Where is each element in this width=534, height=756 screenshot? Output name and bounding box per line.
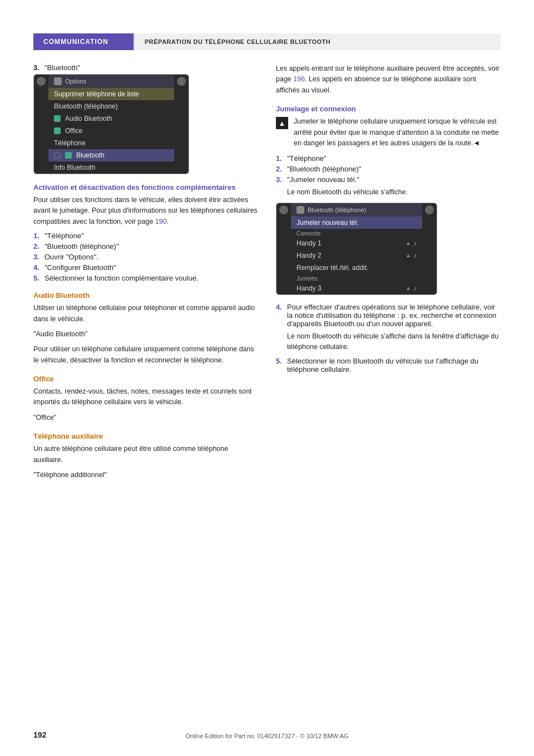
section4-body2: "Téléphone additionnel" xyxy=(33,470,258,480)
warning-text: Jumeler le téléphone cellulaire uniqueme… xyxy=(294,116,501,149)
step3-text: "Bluetooth" xyxy=(44,63,80,72)
bt-icon xyxy=(296,206,304,214)
after-step3: Le nom Bluetooth du véhicule s'affiche. xyxy=(276,187,501,198)
screenshot1-inner: Options Supprimer téléphone de liste Blu… xyxy=(34,75,189,174)
screenshot1: Options Supprimer téléphone de liste Blu… xyxy=(33,74,189,174)
rstep5-text: Sélectionner le nom Bluetooth du véhicul… xyxy=(287,357,501,374)
checkbox-office xyxy=(54,127,61,134)
row2-text: Bluetooth (téléphone) xyxy=(54,102,118,110)
s2r1-text: Jumeler nouveau tél. xyxy=(296,219,358,227)
lstep2-text: "Bluetooth (téléphone)" xyxy=(44,242,119,251)
rstep4-num: 4. xyxy=(276,303,285,311)
screenshot1-row-3: Audio Bluetooth xyxy=(48,112,174,125)
step-3-header: 3. "Bluetooth" xyxy=(33,63,258,72)
screenshot1-row-7: Info Bluetooth xyxy=(48,161,174,174)
screenshot1-left xyxy=(34,75,48,174)
lstep3-num: 3. xyxy=(33,253,42,261)
left-step-1: 1. "Téléphone" xyxy=(33,232,258,240)
right-step-2: 2. "Bluetooth (téléphone)" xyxy=(276,165,501,173)
s2-row-handy1: Handy 1 ▲ ♪ xyxy=(291,237,422,249)
step4-extra: Le nom Bluetooth du véhicule s'affiche d… xyxy=(276,331,501,353)
lstep4-num: 4. xyxy=(33,263,42,272)
section4-heading: Téléphone auxiliaire xyxy=(33,432,258,440)
s2-left-circle xyxy=(279,205,288,214)
handy3-music: ♪ xyxy=(413,284,417,292)
s2-row-handy2: Handy 2 ▲ ♪ xyxy=(291,249,422,262)
handy3-text: Handy 3 xyxy=(296,284,322,292)
options-icon xyxy=(54,77,62,85)
lstep1-text: "Téléphone" xyxy=(44,232,84,240)
section2-heading-text: Audio Bluetooth xyxy=(33,291,90,300)
left-circle-top xyxy=(37,77,46,86)
screenshot2-right xyxy=(422,203,437,294)
handy2-signal: ▲ xyxy=(406,252,411,258)
rstep3-num: 3. xyxy=(276,175,285,184)
rstep1-text: "Téléphone" xyxy=(287,154,327,163)
section1-heading: Activation et désactivation des fonction… xyxy=(33,183,258,192)
screenshot1-row-2: Bluetooth (téléphone) xyxy=(48,100,174,112)
s2-row-handy3: Handy 3 ▲ ♪ xyxy=(291,282,422,294)
lstep5-num: 5. xyxy=(33,274,42,282)
jumelage-heading: Jumelage et connexion xyxy=(276,105,501,113)
page-container: COMMUNICATION PRÉPARATION DU TÉLÉPHONE C… xyxy=(0,0,534,756)
communication-tab: COMMUNICATION xyxy=(33,33,134,50)
radio-bluetooth xyxy=(54,152,61,159)
rstep4-text: Pour effectuer d'autres opérations sur l… xyxy=(287,303,501,328)
section4-body1: Un autre téléphone cellulaire peut être … xyxy=(33,444,258,465)
left-step-4: 4. "Configurer Bluetooth" xyxy=(33,263,258,272)
section3-heading: Office xyxy=(33,375,258,383)
lstep5-text: Sélectionner la fonction complémentaire … xyxy=(44,274,199,282)
section3-heading-text: Office xyxy=(33,375,54,383)
link-196: 196 xyxy=(293,75,305,83)
rstep2-text: "Bluetooth (téléphone)" xyxy=(287,165,362,173)
right-column: Les appels entrant sur le téléphone auxi… xyxy=(276,63,501,485)
screenshot1-row-5: Téléphone xyxy=(48,137,174,149)
section1-body: Pour utiliser ces fonctions dans le véhi… xyxy=(33,195,258,227)
screenshot2-main: Bluetooth (téléphone) Jumeler nouveau té… xyxy=(291,203,422,294)
link-190: 190 xyxy=(155,218,167,225)
row3-text: Audio Bluetooth xyxy=(65,115,112,122)
screenshot1-main: Options Supprimer téléphone de liste Blu… xyxy=(48,75,174,174)
page-title-text: PRÉPARATION DU TÉLÉPHONE CELLULAIRE BLUE… xyxy=(145,38,330,45)
lstep3-text: Ouvrir "Options". xyxy=(44,253,98,261)
screenshot1-titlebar: Options xyxy=(48,75,174,88)
right-circle-top xyxy=(177,77,186,86)
section4-heading-text: Téléphone auxiliaire xyxy=(33,432,103,440)
row5-text: Téléphone xyxy=(54,139,86,147)
right-step-1: 1. "Téléphone" xyxy=(276,154,501,163)
section3-body1: Contacts, rendez-vous, tâches, notes, me… xyxy=(33,386,258,408)
screenshot2: Bluetooth (téléphone) Jumeler nouveau té… xyxy=(276,203,437,295)
left-column: 3. "Bluetooth" Options xyxy=(33,63,258,485)
two-col-layout: 3. "Bluetooth" Options xyxy=(33,63,501,485)
lstep2-num: 2. xyxy=(33,242,42,251)
section2-body3: Pour utiliser un téléphone cellulaire un… xyxy=(33,344,258,366)
row1-text: Supprimer téléphone de liste xyxy=(54,90,139,98)
section2-heading: Audio Bluetooth xyxy=(33,291,258,300)
right-intro: Les appels entrant sur le téléphone auxi… xyxy=(276,63,501,96)
rstep2-num: 2. xyxy=(276,165,285,173)
handy1-icons: ▲ ♪ xyxy=(406,239,417,247)
right-step-3: 3. "Jumeler nouveau tél." xyxy=(276,175,501,184)
step3-number: 3. xyxy=(33,63,42,72)
screenshot1-row-1: Supprimer téléphone de liste xyxy=(48,88,174,100)
lstep1-num: 1. xyxy=(33,232,42,240)
header-bar: COMMUNICATION PRÉPARATION DU TÉLÉPHONE C… xyxy=(33,33,501,50)
handy3-icons: ▲ ♪ xyxy=(406,284,417,292)
s2-row-remplacer: Remplacer tél./tél. addit. xyxy=(291,262,422,274)
right-step-4: 4. Pour effectuer d'autres opérations su… xyxy=(276,303,501,328)
page-footer: Online Edition for Part no. 01402917327 … xyxy=(0,733,534,739)
screenshot2-inner: Bluetooth (téléphone) Jumeler nouveau té… xyxy=(276,203,437,294)
handy2-icons: ▲ ♪ xyxy=(406,252,417,259)
remplacer-text: Remplacer tél./tél. addit. xyxy=(296,264,368,272)
checkbox-audio xyxy=(54,115,61,122)
rstep5-num: 5. xyxy=(276,357,285,365)
left-step-3: 3. Ouvrir "Options". xyxy=(33,253,258,261)
handy1-text: Handy 1 xyxy=(296,239,322,247)
jumelage-heading-text: Jumelage et connexion xyxy=(276,105,356,113)
s2-jumeles-label: Jumelés: xyxy=(291,274,422,282)
screenshot1-row-4: Office xyxy=(48,125,174,137)
left-step-5: 5. Sélectionner la fonction complémentai… xyxy=(33,274,258,282)
rstep1-num: 1. xyxy=(276,154,285,163)
s2-row-1: Jumeler nouveau tél. xyxy=(291,217,422,229)
section2-body2: "Audio Bluetooth" xyxy=(33,329,258,340)
